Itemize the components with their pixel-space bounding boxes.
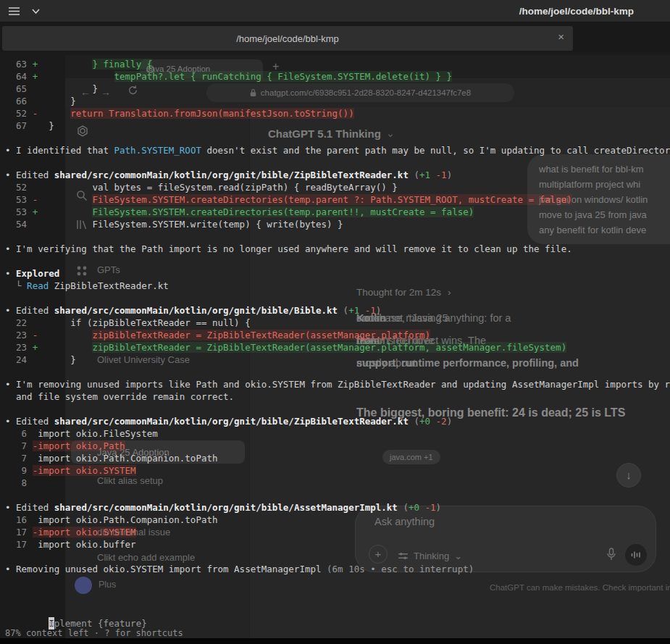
screen: /home/joel/code/bbl-kmp /home/joel/code/… <box>0 0 670 644</box>
text-segment: (6m 10s • esc to interrupt) <box>327 564 474 574</box>
text-segment: • <box>5 145 16 156</box>
text-segment: +0 <box>409 502 419 513</box>
text-segment: -1 <box>425 502 436 513</box>
text-segment: ( <box>409 416 419 427</box>
text-segment: ) <box>447 416 453 427</box>
text-segment: 6 <box>5 428 38 439</box>
terminal-row: • Edited shared/src/commonMain/kotlin/or… <box>5 304 670 317</box>
terminal-row: 53 + FileSystem.SYSTEM.createDirectories… <box>5 206 670 218</box>
text-segment: +0 <box>419 416 430 427</box>
text-segment: -import okio.Path <box>33 440 125 451</box>
terminal-tabbar: /home/joel/code/bbl-kmp × <box>0 22 670 52</box>
text-segment: 7 <box>5 440 33 451</box>
terminal-row: • I'm verifying that the Path import is … <box>5 243 670 255</box>
text-segment: import okio.FileSystem <box>38 428 158 439</box>
text-segment: 53 <box>5 206 33 217</box>
terminal-row: • Removing unused okio.SYSTEM import fro… <box>5 563 670 575</box>
terminal-row: and file system override remain correct. <box>5 390 670 403</box>
text-segment: 54 <box>5 219 38 230</box>
terminal-row <box>5 551 670 563</box>
text-segment: and file system override remain correct. <box>5 391 234 402</box>
terminal-row: • Edited shared/src/commonMain/kotlin/or… <box>5 415 670 427</box>
text-segment: shared/src/commonMain/kotlin/org/gnit/bi… <box>54 502 398 513</box>
text-segment: } <box>38 354 76 365</box>
text-segment: • <box>5 268 16 279</box>
text-segment: • <box>5 170 16 180</box>
text-segment: ( <box>409 170 419 180</box>
text-segment: -import okio.SYSTEM <box>33 527 136 538</box>
text-segment: 23 <box>5 330 33 340</box>
terminal-row: • Explored <box>5 267 670 280</box>
terminal-row: • I'm removing unused imports like Path … <box>5 378 670 390</box>
text-segment: 17 <box>5 539 38 550</box>
terminal-tab[interactable]: /home/joel/code/bbl-kmp × <box>2 26 573 51</box>
text-segment: ) <box>376 305 382 316</box>
text-segment: FileSystem.SYSTEM.write(temp) { write(by… <box>38 219 343 230</box>
text-segment <box>419 502 425 513</box>
text-segment <box>38 108 70 119</box>
terminal-row <box>5 230 670 243</box>
terminal-status-bar: 87% context left · ? for shortcuts <box>5 628 183 638</box>
terminal-row: 7 -import okio.Path <box>5 440 670 452</box>
terminal-row: 9 -import okio.SYSTEM <box>5 464 670 477</box>
text-segment: 65 <box>5 83 38 94</box>
terminal-row: 16 import okio.Path.Companion.toPath <box>5 514 670 526</box>
text-segment: } <box>38 83 98 94</box>
text-segment: Edited <box>16 416 54 427</box>
terminal-row <box>5 366 670 378</box>
terminal-row: • Edited shared/src/commonMain/kotlin/or… <box>5 501 670 514</box>
text-segment: +1 <box>348 305 359 316</box>
text-segment: 16 <box>5 514 38 525</box>
terminal-row: • I identified that Path.SYSTEM_ROOT doe… <box>5 144 670 156</box>
text-segment: Edited <box>16 305 54 316</box>
text-segment: shared/src/commonMain/kotlin/org/gnit/bi… <box>54 170 409 180</box>
text-segment: Path.SYSTEM_ROOT <box>114 145 201 156</box>
text-segment: -1 <box>436 170 447 180</box>
terminal-input[interactable]: Implement {feature} <box>5 605 49 617</box>
text-segment <box>38 71 114 82</box>
terminal-row: 52 val bytes = fileSystem.read(zipPath) … <box>5 181 670 193</box>
titlebar: /home/joel/code/bbl-kmp <box>0 0 670 22</box>
terminal-row <box>5 132 670 144</box>
text-segment: import okio.buffer <box>38 539 135 550</box>
text-segment: } <box>38 120 54 131</box>
text-segment: -2 <box>436 416 447 427</box>
terminal-row: 63 + } finally { <box>5 58 670 70</box>
text-segment <box>359 305 365 316</box>
terminal-row: 17 import okio.buffer <box>5 538 670 551</box>
text-segment: 53 <box>5 194 33 205</box>
text-segment: 64 <box>5 71 33 82</box>
chevron-down-icon <box>32 9 40 14</box>
text-segment: FileSystem.SYSTEM.createDirectories(temp… <box>92 206 474 217</box>
text-segment <box>38 206 92 217</box>
dropdown-button[interactable] <box>29 4 42 17</box>
text-segment: 24 <box>5 354 38 365</box>
terminal-row: 54 FileSystem.SYSTEM.write(temp) { write… <box>5 218 670 230</box>
text-segment <box>38 342 92 353</box>
tab-close-button[interactable]: × <box>558 30 564 43</box>
text-segment: shared/src/commonMain/kotlin/org/gnit/bi… <box>54 416 409 427</box>
hamburger-icon <box>9 7 20 15</box>
text-segment: import okio.Path.Companion.toPath <box>38 453 217 464</box>
text-segment: • <box>5 305 16 316</box>
terminal-tab-title: /home/joel/code/bbl-kmp <box>236 33 339 44</box>
terminal-row <box>5 255 670 267</box>
text-segment: 52 <box>5 108 33 119</box>
bottom-strip <box>0 638 670 644</box>
menu-button[interactable] <box>7 4 20 17</box>
text-segment: return Translation.fromJson(manifestJson… <box>70 108 353 119</box>
text-segment: Read <box>27 280 49 291</box>
terminal-row: 23 + zipBibleTextReader = ZipBibleTextRe… <box>5 341 670 354</box>
text-segment <box>38 330 92 340</box>
terminal-row <box>5 489 670 501</box>
text-segment: 17 <box>5 527 33 538</box>
terminal-row <box>5 403 670 415</box>
text-segment: ) <box>447 170 453 180</box>
window-title: /home/joel/code/bbl-kmp <box>519 6 634 17</box>
text-segment: • <box>5 243 16 254</box>
text-segment: Explored <box>16 268 59 279</box>
terminal-row: 17 -import okio.SYSTEM <box>5 526 670 538</box>
text-segment: ( <box>398 502 409 513</box>
terminal-row: • Edited shared/src/commonMain/kotlin/or… <box>5 169 670 181</box>
terminal-row: 64 + tempPath?.let { runCatching { FileS… <box>5 70 670 83</box>
